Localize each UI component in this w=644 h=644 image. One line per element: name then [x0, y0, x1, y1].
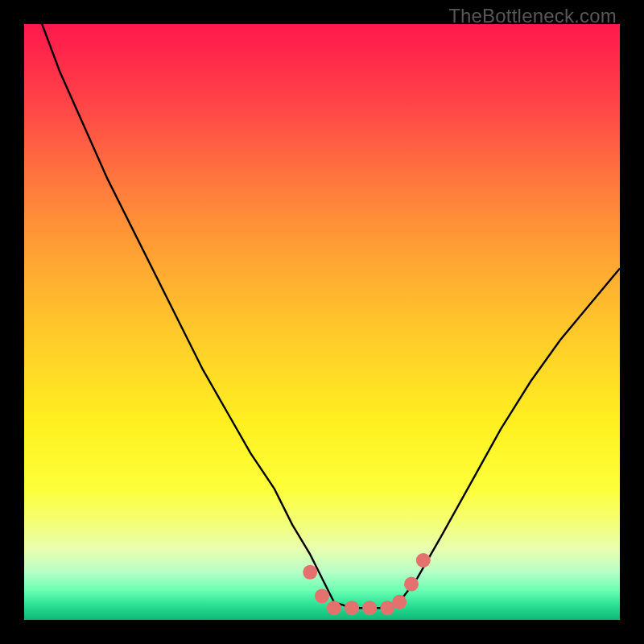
optimal-band-dots: [24, 24, 620, 620]
highlight-dot: [362, 601, 377, 615]
highlight-dot: [327, 601, 341, 615]
highlight-dot: [416, 553, 431, 568]
highlight-dot: [303, 565, 317, 580]
highlight-dot: [392, 595, 407, 609]
highlight-dot: [404, 577, 419, 592]
highlight-dot: [345, 601, 359, 615]
highlight-dot: [315, 588, 329, 603]
